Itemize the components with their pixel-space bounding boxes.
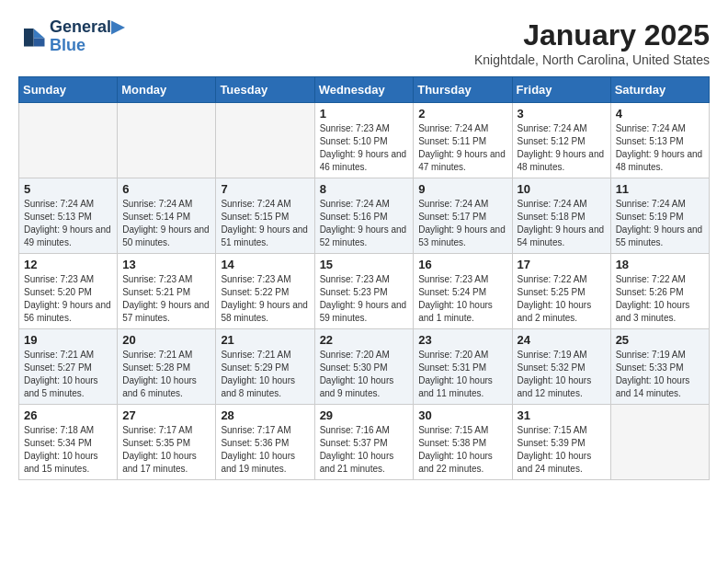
calendar-day-cell: 19Sunrise: 7:21 AMSunset: 5:27 PMDayligh… (19, 329, 118, 405)
logo-icon (18, 23, 46, 51)
day-info: Sunrise: 7:23 AMSunset: 5:23 PMDaylight:… (320, 273, 409, 325)
calendar-day-cell: 15Sunrise: 7:23 AMSunset: 5:23 PMDayligh… (314, 254, 414, 329)
logo: General▶ Blue (18, 18, 124, 55)
calendar-day-cell: 8Sunrise: 7:24 AMSunset: 5:16 PMDaylight… (314, 178, 414, 254)
calendar-day-cell: 9Sunrise: 7:24 AMSunset: 5:17 PMDaylight… (414, 178, 512, 254)
day-info: Sunrise: 7:17 AMSunset: 5:36 PMDaylight:… (221, 424, 309, 476)
day-number: 31 (518, 408, 606, 422)
day-info: Sunrise: 7:20 AMSunset: 5:30 PMDaylight:… (320, 349, 409, 400)
day-info: Sunrise: 7:19 AMSunset: 5:33 PMDaylight:… (616, 349, 704, 400)
weekday-header: Tuesday (216, 77, 314, 103)
day-number: 27 (122, 408, 210, 422)
calendar-day-cell: 4Sunrise: 7:24 AMSunset: 5:13 PMDaylight… (610, 103, 709, 178)
title-block: January 2025 Knightdale, North Carolina,… (474, 18, 710, 67)
day-info: Sunrise: 7:24 AMSunset: 5:17 PMDaylight:… (418, 198, 506, 249)
calendar-day-cell: 14Sunrise: 7:23 AMSunset: 5:22 PMDayligh… (216, 254, 314, 329)
day-info: Sunrise: 7:24 AMSunset: 5:13 PMDaylight:… (24, 198, 112, 249)
day-info: Sunrise: 7:19 AMSunset: 5:32 PMDaylight:… (518, 349, 606, 400)
day-number: 8 (320, 182, 409, 196)
calendar-day-cell: 28Sunrise: 7:17 AMSunset: 5:36 PMDayligh… (216, 405, 314, 480)
calendar-day-cell: 22Sunrise: 7:20 AMSunset: 5:30 PMDayligh… (314, 329, 414, 405)
calendar-day-cell: 25Sunrise: 7:19 AMSunset: 5:33 PMDayligh… (610, 329, 709, 405)
calendar-title: January 2025 (474, 18, 710, 52)
day-info: Sunrise: 7:15 AMSunset: 5:39 PMDaylight:… (518, 424, 606, 476)
weekday-header-row: SundayMondayTuesdayWednesdayThursdayFrid… (19, 77, 710, 103)
day-info: Sunrise: 7:16 AMSunset: 5:37 PMDaylight:… (320, 424, 409, 476)
day-number: 29 (320, 408, 409, 422)
weekday-header: Saturday (610, 77, 709, 103)
day-number: 4 (616, 107, 704, 121)
weekday-header: Wednesday (314, 77, 414, 103)
day-info: Sunrise: 7:18 AMSunset: 5:34 PMDaylight:… (24, 424, 112, 476)
day-number: 18 (616, 258, 704, 271)
day-number: 25 (616, 333, 704, 347)
calendar-day-cell: 17Sunrise: 7:22 AMSunset: 5:25 PMDayligh… (512, 254, 610, 329)
day-info: Sunrise: 7:24 AMSunset: 5:16 PMDaylight:… (320, 198, 409, 249)
day-number: 3 (518, 107, 606, 121)
calendar-day-cell: 10Sunrise: 7:24 AMSunset: 5:18 PMDayligh… (512, 178, 610, 254)
day-info: Sunrise: 7:24 AMSunset: 5:19 PMDaylight:… (616, 198, 704, 249)
day-info: Sunrise: 7:22 AMSunset: 5:25 PMDaylight:… (518, 273, 606, 325)
calendar-day-cell: 12Sunrise: 7:23 AMSunset: 5:20 PMDayligh… (19, 254, 118, 329)
day-info: Sunrise: 7:24 AMSunset: 5:11 PMDaylight:… (418, 122, 506, 174)
calendar-day-cell (216, 103, 314, 178)
day-info: Sunrise: 7:17 AMSunset: 5:35 PMDaylight:… (122, 424, 210, 476)
calendar-day-cell: 6Sunrise: 7:24 AMSunset: 5:14 PMDaylight… (118, 178, 216, 254)
calendar-day-cell: 2Sunrise: 7:24 AMSunset: 5:11 PMDaylight… (414, 103, 512, 178)
day-info: Sunrise: 7:24 AMSunset: 5:14 PMDaylight:… (122, 198, 210, 249)
day-info: Sunrise: 7:22 AMSunset: 5:26 PMDaylight:… (616, 273, 704, 325)
calendar-day-cell (610, 405, 709, 480)
calendar-day-cell: 31Sunrise: 7:15 AMSunset: 5:39 PMDayligh… (512, 405, 610, 480)
day-number: 19 (24, 333, 112, 347)
calendar-day-cell: 16Sunrise: 7:23 AMSunset: 5:24 PMDayligh… (414, 254, 512, 329)
calendar-week-row: 12Sunrise: 7:23 AMSunset: 5:20 PMDayligh… (19, 254, 710, 329)
day-info: Sunrise: 7:24 AMSunset: 5:18 PMDaylight:… (518, 198, 606, 249)
day-info: Sunrise: 7:21 AMSunset: 5:28 PMDaylight:… (122, 349, 210, 400)
day-number: 28 (221, 408, 309, 422)
calendar-subtitle: Knightdale, North Carolina, United State… (474, 52, 710, 67)
day-number: 16 (418, 258, 506, 271)
day-info: Sunrise: 7:23 AMSunset: 5:22 PMDaylight:… (221, 273, 309, 325)
calendar-day-cell: 18Sunrise: 7:22 AMSunset: 5:26 PMDayligh… (610, 254, 709, 329)
day-number: 10 (518, 182, 606, 196)
logo-text: General▶ Blue (50, 18, 124, 55)
svg-marker-0 (34, 29, 45, 39)
calendar-week-row: 19Sunrise: 7:21 AMSunset: 5:27 PMDayligh… (19, 329, 710, 405)
page-header: General▶ Blue January 2025 Knightdale, N… (18, 18, 710, 67)
calendar-day-cell: 26Sunrise: 7:18 AMSunset: 5:34 PMDayligh… (19, 405, 118, 480)
day-number: 15 (320, 258, 409, 271)
day-number: 9 (418, 182, 506, 196)
day-info: Sunrise: 7:23 AMSunset: 5:20 PMDaylight:… (24, 273, 112, 325)
day-number: 5 (24, 182, 112, 196)
day-number: 14 (221, 258, 309, 271)
day-info: Sunrise: 7:24 AMSunset: 5:12 PMDaylight:… (518, 122, 606, 174)
calendar-day-cell: 24Sunrise: 7:19 AMSunset: 5:32 PMDayligh… (512, 329, 610, 405)
day-info: Sunrise: 7:24 AMSunset: 5:15 PMDaylight:… (221, 198, 309, 249)
day-number: 17 (518, 258, 606, 271)
day-info: Sunrise: 7:24 AMSunset: 5:13 PMDaylight:… (616, 122, 704, 174)
day-info: Sunrise: 7:21 AMSunset: 5:29 PMDaylight:… (221, 349, 309, 400)
weekday-header: Friday (512, 77, 610, 103)
day-number: 24 (518, 333, 606, 347)
calendar-day-cell: 11Sunrise: 7:24 AMSunset: 5:19 PMDayligh… (610, 178, 709, 254)
calendar-day-cell: 30Sunrise: 7:15 AMSunset: 5:38 PMDayligh… (414, 405, 512, 480)
day-info: Sunrise: 7:23 AMSunset: 5:21 PMDaylight:… (122, 273, 210, 325)
day-number: 21 (221, 333, 309, 347)
weekday-header: Thursday (414, 77, 512, 103)
svg-rect-2 (24, 29, 34, 47)
day-number: 20 (122, 333, 210, 347)
day-number: 30 (418, 408, 506, 422)
calendar-week-row: 5Sunrise: 7:24 AMSunset: 5:13 PMDaylight… (19, 178, 710, 254)
day-number: 26 (24, 408, 112, 422)
day-number: 1 (320, 107, 409, 121)
calendar-day-cell: 13Sunrise: 7:23 AMSunset: 5:21 PMDayligh… (118, 254, 216, 329)
calendar-day-cell: 3Sunrise: 7:24 AMSunset: 5:12 PMDaylight… (512, 103, 610, 178)
calendar-day-cell: 20Sunrise: 7:21 AMSunset: 5:28 PMDayligh… (118, 329, 216, 405)
weekday-header: Sunday (19, 77, 118, 103)
calendar-day-cell (118, 103, 216, 178)
day-info: Sunrise: 7:15 AMSunset: 5:38 PMDaylight:… (418, 424, 506, 476)
day-number: 12 (24, 258, 112, 271)
calendar-table: SundayMondayTuesdayWednesdayThursdayFrid… (18, 76, 710, 480)
svg-marker-1 (34, 38, 45, 46)
calendar-day-cell: 21Sunrise: 7:21 AMSunset: 5:29 PMDayligh… (216, 329, 314, 405)
